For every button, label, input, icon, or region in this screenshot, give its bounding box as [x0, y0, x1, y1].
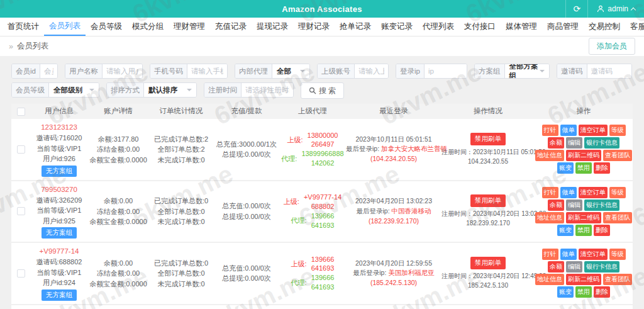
- nav-item-12[interactable]: 媒体管理: [501, 18, 542, 36]
- disable-button[interactable]: 禁用: [575, 225, 592, 236]
- recharge-cell: 总充值:0.00/0次 总提现:0.00/0次: [214, 263, 279, 284]
- agent-account-2: 641693: [311, 283, 335, 292]
- delete-button[interactable]: 删除: [594, 286, 610, 298]
- refresh-icon[interactable]: ⟳: [565, 0, 588, 18]
- refresh-qrcode-button[interactable]: 刷新二维码: [566, 274, 601, 285]
- header-cell-2: 订单统计情况: [148, 106, 214, 116]
- nav-item-0[interactable]: 首页统计: [3, 18, 44, 36]
- username: 799503270: [30, 184, 88, 195]
- delete-button[interactable]: 删除: [594, 162, 610, 174]
- nav-item-1[interactable]: 会员列表: [44, 18, 86, 36]
- nav-item-9[interactable]: 账变记录: [376, 18, 418, 36]
- make-order-button[interactable]: 做单: [560, 125, 577, 136]
- view-team-button[interactable]: 查看团队: [603, 212, 632, 223]
- edit-button[interactable]: 编辑: [566, 199, 582, 211]
- edit-button[interactable]: 编辑: [566, 261, 582, 272]
- nav-item-3[interactable]: 模式分组: [127, 18, 169, 36]
- address-button[interactable]: 地址信息: [535, 150, 564, 161]
- balance-button[interactable]: 余额: [548, 199, 564, 211]
- status-cell: 禁用刷单 注册时间：2023年10月11日 05:01:50 104.234.2…: [441, 133, 535, 166]
- delete-button[interactable]: 删除: [594, 225, 610, 236]
- refresh-qrcode-button[interactable]: 刷新二维码: [566, 212, 601, 223]
- breadcrumb-label: 会员列表: [17, 41, 48, 52]
- nav-item-13[interactable]: 商品管理: [542, 18, 584, 36]
- parent-account-input[interactable]: [355, 64, 388, 78]
- username-input[interactable]: [103, 64, 142, 78]
- refresh-qrcode-button[interactable]: 刷新二维码: [566, 150, 601, 161]
- nav-item-8[interactable]: 抢单记录: [335, 18, 376, 36]
- edit-button[interactable]: 编辑: [566, 137, 582, 149]
- address-button[interactable]: 地址信息: [535, 274, 564, 285]
- filter-label: 手机号码: [150, 64, 187, 78]
- row-checkbox[interactable]: [17, 145, 25, 154]
- account-change-button[interactable]: 账变: [557, 286, 574, 298]
- inject-button[interactable]: 打针: [542, 187, 558, 198]
- nav-item-5[interactable]: 充值记录: [210, 18, 252, 36]
- level-button[interactable]: 等级: [609, 249, 626, 260]
- bank-card-button[interactable]: 银行卡信息: [584, 261, 619, 272]
- balance: 余额:0.00: [88, 258, 148, 269]
- select-all-checkbox[interactable]: [17, 108, 25, 116]
- account-change-button[interactable]: 账变: [557, 162, 574, 174]
- last-ip-label: 最后登录ip:: [356, 207, 389, 215]
- header-cell-5: 最近登录: [346, 106, 441, 116]
- parent-account-2: 266497: [308, 140, 338, 149]
- nav-item-11[interactable]: 支付接口: [459, 18, 501, 36]
- balance-button[interactable]: 余额: [548, 261, 564, 272]
- nav-item-14[interactable]: 交易控制: [584, 18, 625, 36]
- admin-menu[interactable]: admin: [588, 4, 644, 13]
- level-button[interactable]: 等级: [609, 187, 626, 198]
- nav-item-10[interactable]: 代理列表: [418, 18, 459, 36]
- clear-orders-button[interactable]: 清空订单: [579, 249, 608, 260]
- plan-group-badge[interactable]: 无方案组: [42, 227, 77, 239]
- plan-group-select[interactable]: 全部方案组: [505, 64, 550, 78]
- disable-button[interactable]: 禁用: [575, 286, 592, 298]
- internal-agent-select[interactable]: 全部: [272, 64, 309, 78]
- bank-card-button[interactable]: 银行卡信息: [584, 137, 619, 149]
- clear-orders-button[interactable]: 清空订单: [579, 187, 608, 198]
- register-time-input[interactable]: [242, 83, 293, 97]
- nav-item-7[interactable]: 理财记录: [293, 18, 335, 36]
- invite-code: 邀请码:716020: [30, 133, 88, 143]
- agent-account-1: 139666: [311, 273, 335, 283]
- account-change-button[interactable]: 账变: [557, 225, 574, 236]
- header-cell-1: 账户详情: [88, 106, 148, 116]
- address-button[interactable]: 地址信息: [535, 212, 564, 223]
- parent-account-1: 13800000: [308, 131, 338, 140]
- view-team-button[interactable]: 查看团队: [603, 150, 632, 161]
- view-team-button[interactable]: 查看团队: [603, 274, 632, 285]
- register-ip: 104.234.20.55: [441, 157, 535, 166]
- add-member-button[interactable]: 添加会员: [589, 38, 635, 55]
- inject-button[interactable]: 打针: [542, 125, 558, 136]
- filter-username: 用户名称: [65, 64, 143, 79]
- invite-code-input[interactable]: [587, 64, 632, 78]
- total-recharge: 总充值:3000.00/1次: [214, 139, 279, 150]
- search-button[interactable]: 搜 索: [301, 82, 344, 99]
- plan-group-badge[interactable]: 无方案组: [42, 166, 77, 177]
- clear-orders-button[interactable]: 清空订单: [579, 125, 608, 136]
- phone-input[interactable]: [187, 64, 227, 78]
- breadcrumb: » 会员列表: [9, 41, 48, 52]
- bank-card-button[interactable]: 银行卡信息: [584, 199, 619, 211]
- orders-pending: 未完成订单数:0: [148, 216, 214, 227]
- make-order-button[interactable]: 做单: [560, 249, 577, 260]
- row-checkbox[interactable]: [17, 269, 25, 278]
- filter-label: 邀请码: [557, 64, 587, 78]
- login-ip-input[interactable]: [425, 64, 467, 78]
- nav-item-4[interactable]: 理财管理: [169, 18, 210, 36]
- row-checkbox[interactable]: [17, 207, 25, 215]
- make-order-button[interactable]: 做单: [560, 187, 577, 198]
- nav-item-6[interactable]: 提现记录: [252, 18, 293, 36]
- level-button[interactable]: 等级: [609, 125, 626, 136]
- action-buttons: 打针做单清空订单等级余额编辑银行卡信息地址信息刷新二维码查看团队账变禁用删除: [535, 125, 633, 174]
- disable-button[interactable]: 禁用: [575, 162, 592, 174]
- member-level-select[interactable]: 全部级别: [49, 83, 99, 97]
- member-id-input[interactable]: [40, 64, 57, 78]
- nav-item-15[interactable]: 客服列表: [625, 18, 644, 36]
- inject-button[interactable]: 打针: [542, 249, 558, 260]
- plan-group-badge[interactable]: 无方案组: [42, 289, 77, 301]
- balance-button[interactable]: 余额: [548, 137, 564, 149]
- sort-order-select[interactable]: 默认排序: [144, 83, 196, 97]
- nav-item-2[interactable]: 会员等级: [86, 18, 127, 36]
- agent-account-1: 139666: [311, 211, 335, 221]
